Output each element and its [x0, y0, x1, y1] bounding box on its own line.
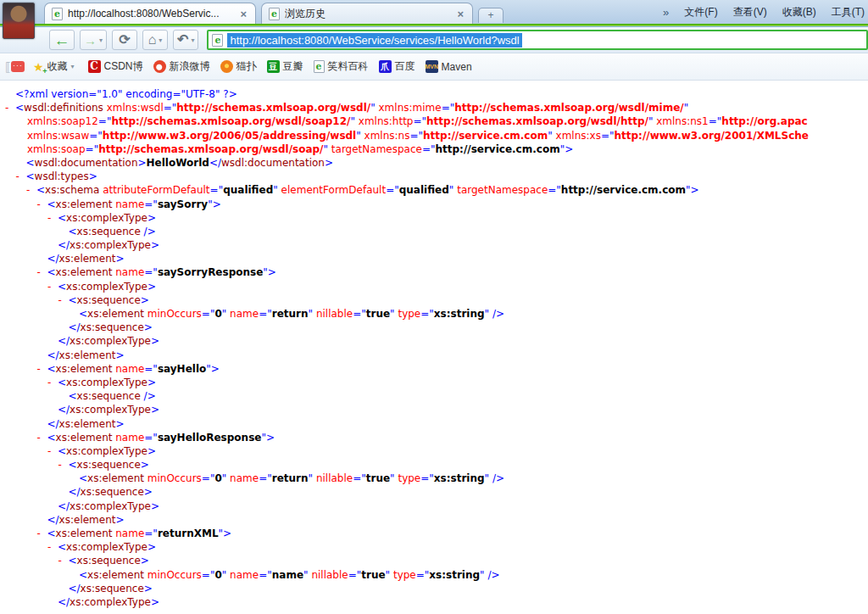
tab-history[interactable]: e浏览历史× — [261, 3, 473, 24]
xml-line: </xs:element> — [0, 417, 868, 431]
xml-line: </xs:element> — [0, 349, 868, 362]
address-bar[interactable]: e http://localhost:8080/WebService/servi… — [207, 30, 868, 50]
xml-line: </xs:sequence> — [0, 485, 868, 499]
xml-line: xmlns:wsaw="http://www.w3.org/2006/05/ad… — [0, 129, 868, 142]
collapse-toggle[interactable]: - — [37, 527, 47, 540]
messages-button[interactable]: ⟦ ··· — [5, 60, 25, 74]
bookmark-items: CCSDN博新浪微博猫扑豆豆瓣e笑料百科爪百度MVNMaven — [83, 57, 477, 76]
collapse-toggle[interactable]: - — [16, 170, 26, 183]
menu-favorites[interactable]: 收藏(B) — [782, 5, 816, 20]
chevron-down-icon[interactable]: ▾ — [71, 63, 75, 70]
collapse-toggle[interactable]: - — [47, 280, 58, 293]
refresh-button[interactable]: ⟳ — [112, 30, 137, 50]
xml-line: -<xs:complexType> — [0, 376, 868, 389]
collapse-toggle[interactable]: - — [58, 458, 69, 472]
favorites-label: 收藏 — [47, 59, 68, 74]
bookmark-label: CSDN博 — [104, 59, 143, 74]
xml-line: xmlns:soap="http://schemas.xmlsoap.org/w… — [0, 142, 868, 156]
collapse-toggle[interactable]: - — [26, 183, 36, 197]
add-favorite-button[interactable]: ★+ 收藏 ▾ — [28, 57, 80, 76]
tab-close-icon[interactable]: × — [238, 8, 248, 20]
bookmark-douban[interactable]: 豆豆瓣 — [262, 57, 309, 76]
xml-line: -<xs:sequence> — [0, 458, 868, 472]
collapse-toggle[interactable]: - — [5, 101, 15, 114]
bookmark-xiaoliao[interactable]: e笑料百科 — [309, 57, 374, 76]
collapse-toggle[interactable]: - — [47, 444, 58, 458]
xml-line: </xs:element> — [0, 252, 868, 265]
home-button[interactable]: ⌂▾ — [142, 30, 168, 50]
maopu-favicon-icon — [220, 60, 233, 73]
page-content: <?xml version="1.0" encoding="UTF-8" ?>-… — [0, 81, 868, 614]
xiaoliao-favicon-icon: e — [314, 60, 325, 73]
chevron-down-icon[interactable]: ▾ — [99, 36, 103, 44]
tab-favicon-icon: e — [269, 8, 280, 20]
bookmark-maven[interactable]: MVNMaven — [420, 58, 477, 75]
chevron-down-icon[interactable]: ▾ — [159, 36, 162, 44]
xml-line: -<xs:schema attributeFormDefault="qualif… — [0, 183, 868, 197]
forward-icon: → — [84, 34, 97, 47]
tabs-container: ehttp://localhost:8080/WebServic...×e浏览历… — [44, 0, 504, 24]
tab-title: http://localhost:8080/WebServic... — [68, 8, 233, 20]
xml-line: <xs:sequence /> — [0, 389, 868, 403]
chat-bubble-icon: ··· — [11, 61, 25, 72]
user-avatar[interactable] — [3, 3, 35, 39]
bookmark-maopu[interactable]: 猫扑 — [215, 57, 262, 76]
page-favicon-icon: e — [212, 34, 223, 47]
forward-button[interactable]: →▾ — [80, 30, 107, 50]
xml-line: <xs:element minOccurs="0" name="name" ni… — [0, 568, 868, 582]
bookmark-label: Maven — [442, 61, 472, 73]
collapse-toggle[interactable]: - — [47, 376, 58, 389]
xml-line: -<wsdl:types> — [0, 170, 868, 183]
xml-line: -<xs:sequence> — [0, 293, 868, 307]
tab-localhost[interactable]: ehttp://localhost:8080/WebServic...× — [44, 3, 256, 24]
xml-line: </xs:complexType> — [0, 500, 868, 513]
collapse-toggle[interactable]: - — [47, 211, 58, 225]
collapse-toggle[interactable]: - — [47, 540, 58, 554]
collapse-toggle[interactable]: - — [58, 293, 69, 307]
tab-close-icon[interactable]: × — [455, 8, 465, 20]
star-icon: ★+ — [33, 60, 44, 74]
menu-tools[interactable]: 工具(T) — [832, 5, 865, 20]
address-input[interactable]: http://localhost:8080/WebService/service… — [227, 33, 521, 47]
menu-file[interactable]: 文件(F) — [684, 5, 717, 20]
collapse-toggle[interactable]: - — [37, 265, 47, 279]
xml-line: </xs:complexType> — [0, 595, 868, 609]
xml-line: -<xs:complexType> — [0, 444, 868, 458]
back-button[interactable]: ← — [49, 30, 75, 50]
collapse-toggle[interactable]: - — [37, 431, 47, 444]
xml-line: -<xs:element name="returnXML"> — [0, 527, 868, 540]
undo-icon: ↶ — [177, 33, 188, 47]
new-tab-button[interactable]: + — [478, 8, 504, 23]
nav-buttons: ←→▾⟳⌂▾↶▾ — [49, 30, 198, 50]
tab-title: 浏览历史 — [285, 7, 450, 21]
xml-line: -<wsdl:definitions xmlns:wsdl="http://sc… — [0, 101, 868, 114]
collapse-toggle[interactable]: - — [58, 554, 69, 567]
undo-button[interactable]: ↶▾ — [173, 30, 198, 50]
csdn-favicon-icon: C — [88, 60, 101, 73]
xml-line: <wsdl:documentation>HelloWorld</wsdl:doc… — [0, 156, 868, 170]
collapse-toggle[interactable]: - — [37, 198, 47, 211]
baidu-favicon-icon: 爪 — [379, 60, 392, 73]
xml-line: -<xs:element name="saySorry"> — [0, 198, 868, 211]
xml-line: -<xs:complexType> — [0, 540, 868, 554]
bookmark-weibo[interactable]: 新浪微博 — [148, 57, 215, 76]
collapse-toggle[interactable]: - — [37, 362, 47, 376]
tab-bar: ehttp://localhost:8080/WebServic...×e浏览历… — [0, 0, 868, 24]
weibo-favicon-icon — [153, 60, 166, 73]
xml-line: </xs:complexType> — [0, 334, 868, 348]
bookmark-csdn[interactable]: CCSDN博 — [83, 57, 148, 76]
xml-line: </xs:element> — [0, 513, 868, 527]
xml-line: </xs:sequence> — [0, 582, 868, 595]
bookmark-label: 百度 — [395, 59, 415, 74]
menu-view[interactable]: 查看(V) — [733, 5, 767, 20]
hand-icon: ⟦ — [5, 60, 11, 74]
bookmark-baidu[interactable]: 爪百度 — [374, 57, 420, 76]
bookmark-label: 猫扑 — [236, 59, 257, 74]
xml-line: <xs:element minOccurs="0" name="return" … — [0, 472, 868, 485]
bookmark-label: 新浪微博 — [170, 59, 210, 74]
menu-overflow-icon[interactable]: » — [663, 6, 669, 19]
chevron-down-icon[interactable]: ▾ — [191, 36, 194, 44]
xml-tree: <?xml version="1.0" encoding="UTF-8" ?>-… — [0, 81, 868, 609]
home-icon: ⌂ — [148, 33, 157, 47]
bookmark-label: 豆瓣 — [283, 59, 303, 74]
